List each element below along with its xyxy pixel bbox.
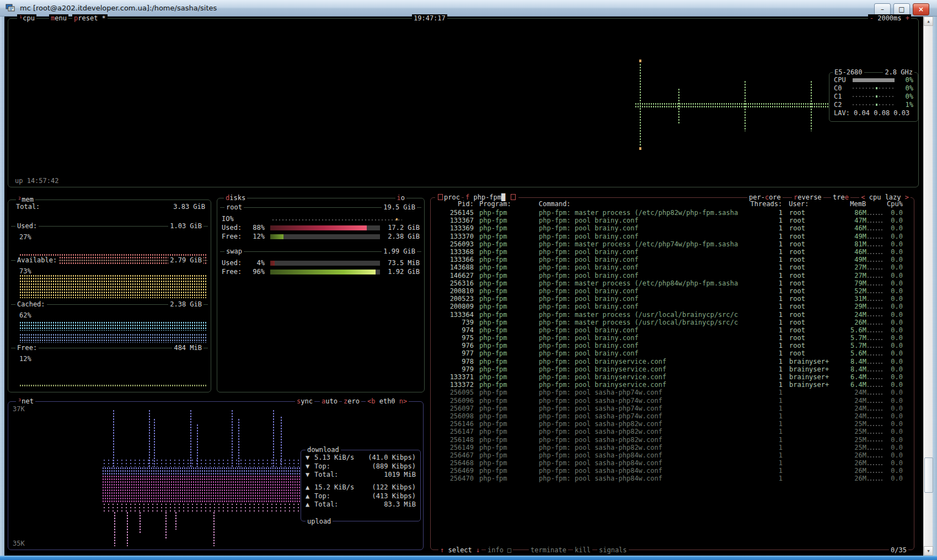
- process-row[interactable]: 975php-fpmphp-fpm: pool brainy.conf1root…: [434, 334, 911, 342]
- process-row[interactable]: 974php-fpmphp-fpm: pool brainy.conf1root…: [434, 326, 911, 334]
- download-band: [102, 467, 303, 475]
- process-row[interactable]: 976php-fpmphp-fpm: pool brainy.conf1root…: [434, 342, 911, 349]
- program-cell: php-fpm: [474, 436, 539, 444]
- process-row[interactable]: 978php-fpmphp-fpm: pool brainyservice.co…: [434, 358, 911, 365]
- process-filter-input[interactable]: f php-fpm█: [464, 193, 518, 201]
- process-row[interactable]: 256096php-fpmphp-fpm: pool sasha-php74w.…: [434, 397, 911, 405]
- process-row[interactable]: 256467php-fpmphp-fpm: pool sasha-php84w.…: [434, 451, 911, 459]
- pid-cell: 256148: [434, 436, 474, 444]
- process-row[interactable]: 256316php-fpmphp-fpm: master process (/e…: [434, 279, 911, 287]
- process-row[interactable]: 739php-fpmphp-fpm: master process (/usr/…: [434, 319, 911, 326]
- network-box: ³net sync auto zero <b eth0 n> 37K 35K: [8, 401, 424, 550]
- mem-available-value: 2.79 GiB: [168, 256, 204, 264]
- net-box-title[interactable]: ³net: [16, 397, 35, 405]
- process-row[interactable]: 979php-fpmphp-fpm: pool brainyservice.co…: [434, 365, 911, 373]
- used-size: 73.5 MiB: [385, 259, 420, 267]
- sort-selector[interactable]: < cpu lazy >: [859, 193, 911, 201]
- process-row[interactable]: 256095php-fpmphp-fpm: pool sasha-php74w.…: [434, 389, 911, 396]
- tree-toggle[interactable]: tree: [831, 193, 850, 201]
- program-column-header[interactable]: Program:: [474, 200, 539, 208]
- per-core-toggle[interactable]: per-core: [747, 193, 783, 201]
- program-cell: php-fpm: [474, 459, 539, 467]
- core-usage-meter: [853, 96, 895, 97]
- process-row[interactable]: 200810php-fpmphp-fpm: pool brainy.conf1r…: [434, 287, 911, 295]
- process-row[interactable]: 143688php-fpmphp-fpm: pool brainy.conf1r…: [434, 263, 911, 271]
- terminate-button[interactable]: terminate: [529, 546, 568, 554]
- memory-cell: 52M: [840, 287, 866, 295]
- menu-button[interactable]: menu: [49, 14, 68, 22]
- memory-box: ²mem Total: 3.83 GiB Used: 1.03 GiB 27% …: [8, 200, 211, 392]
- process-row[interactable]: 256149php-fpmphp-fpm: pool sasha-php82w.…: [434, 444, 911, 451]
- threads-column-header[interactable]: Threads:: [738, 200, 782, 208]
- cpu-column-header[interactable]: Cpu%: [887, 200, 911, 208]
- command-column-header[interactable]: Command:: [539, 200, 738, 208]
- cpu-cell: 0.0: [887, 326, 911, 334]
- process-row[interactable]: 256146php-fpmphp-fpm: pool sasha-php82w.…: [434, 420, 911, 428]
- upload-spike: [126, 511, 129, 546]
- command-cell: php-fpm: pool brainy.conf: [539, 217, 738, 224]
- pid-column-header[interactable]: Pid:: [434, 200, 474, 208]
- process-row[interactable]: 256093php-fpmphp-fpm: master process (/e…: [434, 240, 911, 248]
- maximize-button[interactable]: □: [893, 3, 910, 15]
- upload-fringe: [102, 503, 303, 511]
- info-button[interactable]: info □: [486, 546, 513, 554]
- threads-cell: 1: [738, 412, 783, 420]
- process-row[interactable]: 256098php-fpmphp-fpm: pool sasha-php74w.…: [434, 412, 911, 420]
- process-row[interactable]: 133372php-fpmphp-fpm: pool brainyservice…: [434, 381, 911, 389]
- net-zero-button[interactable]: zero: [342, 397, 361, 405]
- minimize-button[interactable]: –: [874, 3, 891, 15]
- scrollbar-thumb[interactable]: [924, 457, 933, 493]
- process-row[interactable]: 133364php-fpmphp-fpm: master process (/u…: [434, 310, 911, 318]
- terminal-scrollbar[interactable]: ▲ ▼: [923, 17, 933, 556]
- program-cell: php-fpm: [474, 303, 539, 310]
- command-cell: php-fpm: pool sasha-php74w.conf: [539, 397, 738, 405]
- process-row[interactable]: 977php-fpmphp-fpm: pool brainy.conf1root…: [434, 349, 911, 357]
- preset-button[interactable]: preset *: [72, 14, 108, 22]
- net-interface-selector[interactable]: <b eth0 n>: [366, 397, 409, 405]
- net-sync-button[interactable]: sync: [295, 397, 314, 405]
- uptime-label: up 14:57:42: [15, 177, 58, 185]
- user-column-header[interactable]: User:: [782, 200, 839, 208]
- process-row[interactable]: 133369php-fpmphp-fpm: pool brainy.conf1r…: [434, 224, 911, 232]
- net-auto-button[interactable]: auto: [320, 397, 339, 405]
- process-row[interactable]: 256097php-fpmphp-fpm: pool sasha-php74w.…: [434, 405, 911, 412]
- process-row[interactable]: 200809php-fpmphp-fpm: pool brainy.conf1r…: [434, 303, 911, 310]
- mem-box-title[interactable]: ²mem: [16, 196, 35, 203]
- scroll-up-arrow-icon[interactable]: ▲: [924, 17, 933, 26]
- process-row[interactable]: 256145php-fpmphp-fpm: master process (/e…: [434, 209, 911, 217]
- disks-box-title[interactable]: disks: [224, 194, 247, 202]
- threads-cell: 1: [738, 381, 783, 389]
- scroll-down-arrow-icon[interactable]: ▼: [924, 546, 933, 556]
- process-row[interactable]: 200523php-fpmphp-fpm: pool brainy.conf1r…: [434, 295, 911, 303]
- select-hint[interactable]: ↑ select ↓: [438, 546, 481, 554]
- process-row[interactable]: 256469php-fpmphp-fpm: pool sasha-php84w.…: [434, 467, 911, 475]
- process-row[interactable]: 133368php-fpmphp-fpm: pool brainy.conf1r…: [434, 248, 911, 256]
- kill-button[interactable]: kill: [573, 546, 592, 554]
- process-row[interactable]: 256468php-fpmphp-fpm: pool sasha-php84w.…: [434, 459, 911, 467]
- pid-cell: 133370: [434, 233, 474, 240]
- process-row[interactable]: 133371php-fpmphp-fpm: pool brainyservice…: [434, 373, 911, 381]
- command-cell: php-fpm: pool sasha-php82w.conf: [539, 436, 738, 444]
- process-row[interactable]: 256148php-fpmphp-fpm: pool sasha-php82w.…: [434, 435, 911, 443]
- threads-cell: 1: [738, 373, 783, 381]
- process-row[interactable]: 256470php-fpmphp-fpm: pool sasha-php84w.…: [434, 475, 911, 482]
- upload-title: upload: [306, 518, 333, 525]
- process-row[interactable]: 256147php-fpmphp-fpm: pool sasha-php82w.…: [434, 428, 911, 435]
- cpu-box-title[interactable]: ¹cpu: [17, 14, 36, 22]
- process-row[interactable]: 146627php-fpmphp-fpm: pool brainy.conf1r…: [434, 272, 911, 279]
- io-mode-button[interactable]: io: [395, 194, 406, 202]
- program-cell: php-fpm: [474, 233, 539, 240]
- process-row[interactable]: 133366php-fpmphp-fpm: pool brainy.conf1r…: [434, 256, 911, 263]
- process-row[interactable]: 133370php-fpmphp-fpm: pool brainy.conf1r…: [434, 233, 911, 240]
- process-row[interactable]: 133367php-fpmphp-fpm: pool brainy.conf1r…: [434, 217, 911, 224]
- proc-box-title[interactable]: proc: [435, 193, 462, 201]
- close-button[interactable]: ×: [913, 3, 929, 15]
- mem-available-graph: [19, 274, 206, 298]
- memory-column-header[interactable]: MemB: [839, 200, 866, 208]
- user-cell: root: [783, 295, 840, 303]
- window-titlebar[interactable]: mc [root@a202.itdeveloper.com.ua]:/home/…: [0, 0, 937, 17]
- update-interval-control[interactable]: - 2000ms +: [868, 14, 911, 22]
- signals-button[interactable]: signals: [597, 546, 629, 554]
- pid-cell: 256098: [434, 412, 474, 420]
- reverse-toggle[interactable]: reverse: [792, 193, 823, 201]
